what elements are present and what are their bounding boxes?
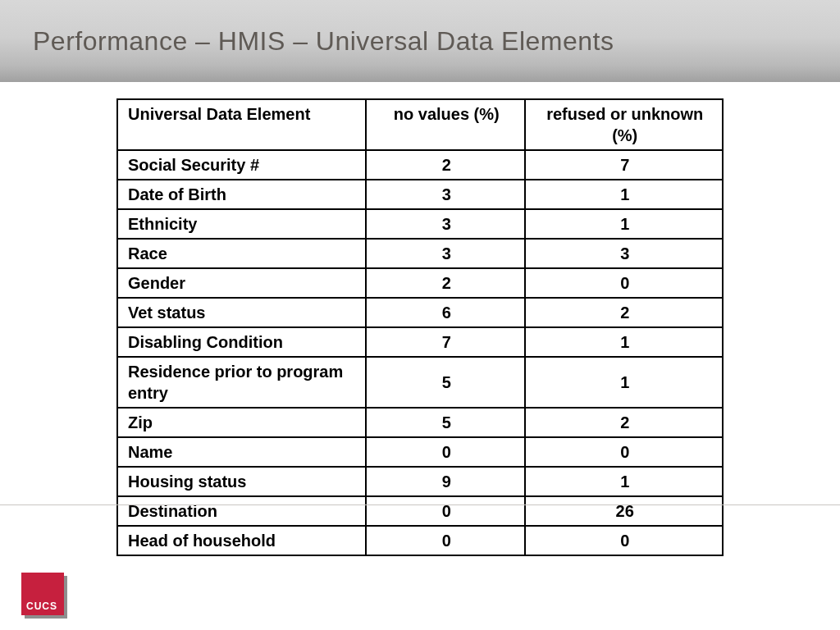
cell-novalues: 7 — [366, 327, 525, 357]
cell-element: Residence prior to program entry — [117, 357, 366, 408]
cell-refused: 1 — [525, 357, 723, 408]
cell-refused: 1 — [525, 327, 723, 357]
table-row: Ethnicity31 — [117, 209, 723, 239]
table-row: Housing status91 — [117, 467, 723, 496]
cell-refused: 2 — [525, 408, 723, 437]
cell-novalues: 3 — [366, 180, 525, 209]
table-row: Destination026 — [117, 496, 723, 526]
cell-element: Ethnicity — [117, 209, 366, 239]
cell-element: Race — [117, 239, 366, 268]
cell-refused: 7 — [525, 150, 723, 180]
data-table: Universal Data Element no values (%) ref… — [116, 98, 724, 556]
cell-element: Date of Birth — [117, 180, 366, 209]
cell-refused: 1 — [525, 209, 723, 239]
cell-novalues: 0 — [366, 437, 525, 467]
cell-element: Name — [117, 437, 366, 467]
table-row: Disabling Condition71 — [117, 327, 723, 357]
title-band: Performance – HMIS – Universal Data Elem… — [0, 0, 840, 82]
cell-element: Vet status — [117, 298, 366, 327]
cell-element: Destination — [117, 496, 366, 526]
cell-refused: 0 — [525, 268, 723, 298]
table-row: Social Security #27 — [117, 150, 723, 180]
logo-front: CUCS — [21, 573, 64, 615]
cell-novalues: 0 — [366, 496, 525, 526]
table-row: Race33 — [117, 239, 723, 268]
table-row: Vet status62 — [117, 298, 723, 327]
cell-element: Housing status — [117, 467, 366, 496]
table-row: Residence prior to program entry51 — [117, 357, 723, 408]
table-row: Name00 — [117, 437, 723, 467]
cell-element: Zip — [117, 408, 366, 437]
cell-novalues: 0 — [366, 526, 525, 555]
col-header-novalues: no values (%) — [366, 99, 525, 150]
content-area: Universal Data Element no values (%) ref… — [0, 82, 840, 556]
cell-refused: 26 — [525, 496, 723, 526]
logo: CUCS — [21, 573, 67, 619]
cell-novalues: 9 — [366, 467, 525, 496]
cell-refused: 0 — [525, 437, 723, 467]
cell-element: Disabling Condition — [117, 327, 366, 357]
table-row: Zip52 — [117, 408, 723, 437]
table-body: Social Security #27Date of Birth31Ethnic… — [117, 150, 723, 555]
logo-text: CUCS — [26, 600, 57, 612]
cell-refused: 3 — [525, 239, 723, 268]
cell-refused: 2 — [525, 298, 723, 327]
cell-novalues: 5 — [366, 357, 525, 408]
table-row: Head of household00 — [117, 526, 723, 555]
col-header-refused: refused or unknown (%) — [525, 99, 723, 150]
cell-novalues: 2 — [366, 150, 525, 180]
cell-novalues: 3 — [366, 209, 525, 239]
slide-title: Performance – HMIS – Universal Data Elem… — [33, 26, 614, 57]
col-header-element: Universal Data Element — [117, 99, 366, 150]
table-row: Date of Birth31 — [117, 180, 723, 209]
cell-novalues: 2 — [366, 268, 525, 298]
table-row: Gender20 — [117, 268, 723, 298]
cell-element: Gender — [117, 268, 366, 298]
footer-rule — [0, 504, 840, 505]
cell-refused: 0 — [525, 526, 723, 555]
cell-element: Social Security # — [117, 150, 366, 180]
cell-refused: 1 — [525, 467, 723, 496]
cell-novalues: 5 — [366, 408, 525, 437]
cell-novalues: 6 — [366, 298, 525, 327]
cell-refused: 1 — [525, 180, 723, 209]
cell-element: Head of household — [117, 526, 366, 555]
table-header-row: Universal Data Element no values (%) ref… — [117, 99, 723, 150]
cell-novalues: 3 — [366, 239, 525, 268]
